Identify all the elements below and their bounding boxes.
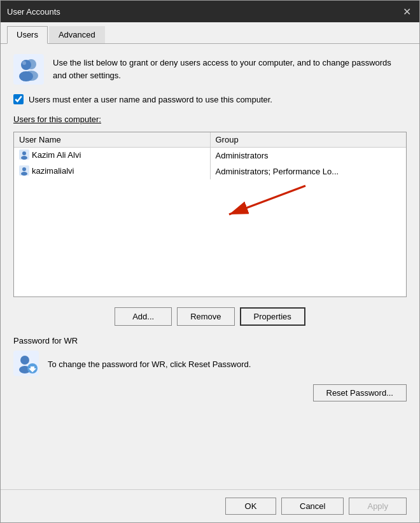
cancel-button[interactable]: Cancel [281, 498, 344, 515]
svg-point-10 [22, 167, 26, 171]
svg-point-4 [19, 71, 33, 81]
properties-button[interactable]: Properties [240, 307, 305, 326]
red-arrow-icon [185, 179, 312, 224]
password-text: To change the password for WR, click Res… [48, 359, 407, 369]
checkbox-row: Users must enter a user name and passwor… [13, 94, 407, 104]
ok-button[interactable]: OK [225, 498, 276, 515]
password-section-title: Password for WR [13, 336, 407, 345]
info-icon [13, 54, 44, 87]
svg-point-7 [22, 151, 26, 155]
user-group-cell: Administrators; Performance Lo... [210, 164, 406, 179]
arrow-area [14, 179, 406, 230]
user-name-cell: Kazim Ali Alvi [14, 148, 210, 164]
add-button[interactable]: Add... [115, 307, 172, 326]
tab-bar: Users Advanced [1, 22, 419, 44]
password-btn-row: Reset Password... [13, 384, 407, 401]
svg-point-5 [22, 61, 26, 65]
apply-button[interactable]: Apply [349, 498, 407, 515]
table-row[interactable]: Kazim Ali Alvi Administrators [14, 148, 406, 164]
main-content: Use the list below to grant or deny user… [1, 44, 419, 489]
tab-advanced[interactable]: Advanced [49, 26, 105, 43]
tab-users[interactable]: Users [7, 26, 48, 44]
must-enter-checkbox[interactable] [13, 94, 24, 104]
users-table: User Name Group [14, 132, 406, 179]
users-section: Users for this computer: [13, 112, 407, 124]
svg-point-8 [21, 156, 27, 160]
remove-button[interactable]: Remove [177, 307, 234, 326]
svg-line-13 [229, 186, 305, 214]
title-bar: User Accounts ✕ [1, 1, 419, 22]
table-row[interactable]: kazimalialvi Administrators; Performance… [14, 164, 406, 179]
password-row: To change the password for WR, click Res… [13, 351, 407, 378]
user-group-cell: Administrators [210, 148, 406, 164]
col-header-username: User Name [14, 132, 210, 148]
users-table-container: User Name Group [13, 132, 407, 297]
svg-point-15 [20, 356, 29, 365]
user-icon-row2: kazimalialvi [19, 165, 74, 176]
dialog-title: User Accounts [7, 7, 60, 17]
col-header-group: Group [210, 132, 406, 148]
password-icon [13, 351, 39, 378]
close-button[interactable]: ✕ [400, 5, 413, 18]
svg-point-3 [21, 60, 31, 70]
action-buttons: Add... Remove Properties [13, 307, 407, 326]
reset-password-button[interactable]: Reset Password... [313, 384, 407, 401]
user-accounts-dialog: User Accounts ✕ Users Advanced [0, 0, 420, 523]
info-text: Use the list below to grant or deny user… [53, 54, 407, 81]
checkbox-label[interactable]: Users must enter a user name and passwor… [29, 95, 272, 104]
info-row: Use the list below to grant or deny user… [13, 54, 407, 87]
users-section-label: Users for this computer: [13, 115, 407, 124]
user-icon-row1: Kazim Ali Alvi [19, 150, 81, 160]
svg-point-11 [21, 172, 27, 176]
password-section: Password for WR To change the password f… [13, 336, 407, 401]
dialog-footer: OK Cancel Apply [1, 489, 419, 522]
user-name-cell: kazimalialvi [14, 164, 210, 179]
